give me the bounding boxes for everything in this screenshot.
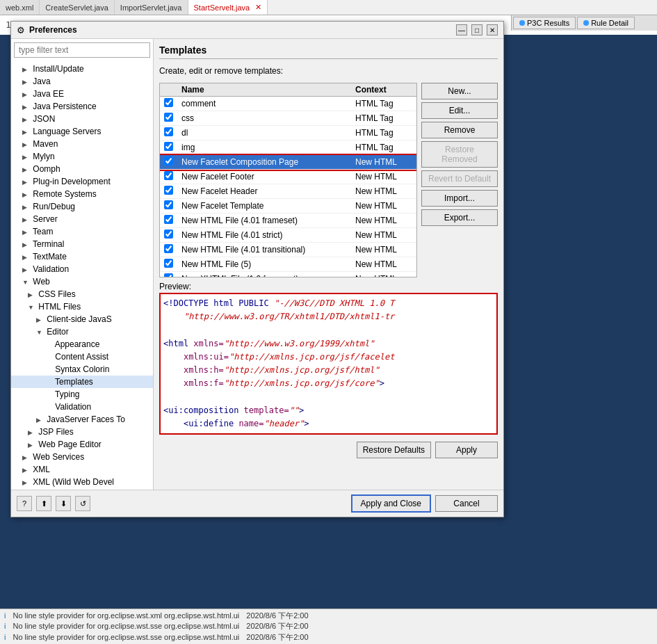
table-row[interactable]: New HTML File (4.01 transitional) New HT… xyxy=(160,243,416,257)
sidebar-item-java-ee[interactable]: ▶ Java EE xyxy=(11,88,153,100)
table-row[interactable]: New HTML File (5) New HTML xyxy=(160,257,416,272)
table-row[interactable]: New Facelet Footer New HTML xyxy=(160,170,416,184)
sidebar-item-html-files[interactable]: ▼ HTML Files xyxy=(11,300,153,313)
col-header-name[interactable]: Name xyxy=(177,83,351,97)
help-icon[interactable]: ? xyxy=(17,496,32,511)
row-checkbox[interactable] xyxy=(164,113,173,122)
row-checkbox[interactable] xyxy=(164,215,173,224)
sidebar-item-mylyn[interactable]: ▶ Mylyn xyxy=(11,150,153,163)
import-button[interactable]: Import... xyxy=(421,190,498,207)
sidebar-item-appearance[interactable]: Appearance xyxy=(11,338,153,351)
tab-start-servlet[interactable]: StartServelt.java ✕ xyxy=(188,0,268,15)
row-checkbox[interactable] xyxy=(164,142,173,151)
sidebar-item-install-update[interactable]: ▶ Install/Update xyxy=(11,63,153,75)
close-button[interactable]: ✕ xyxy=(487,24,498,35)
rule-detail-tab[interactable]: Rule Detail xyxy=(577,17,635,29)
sidebar-item-run-debug[interactable]: ▶ Run/Debug xyxy=(11,200,153,213)
sidebar-item-templates[interactable]: Templates xyxy=(11,376,153,388)
row-checkbox[interactable] xyxy=(164,171,173,180)
preview-content-box[interactable]: <!DOCTYPE html PUBLIC "-//W3C//DTD XHTML… xyxy=(159,293,498,435)
sidebar-item-syntax-coloring[interactable]: Syntax Colorin xyxy=(11,363,153,376)
sidebar-item-editor[interactable]: ▼ Editor xyxy=(11,325,153,338)
row-checkbox[interactable] xyxy=(164,186,173,195)
row-context: New HTML xyxy=(351,257,416,272)
row-context: New HTML xyxy=(351,170,416,184)
table-row[interactable]: comment HTML Tag xyxy=(160,97,416,111)
sidebar-item-web-page-editor[interactable]: ▶ Web Page Editor xyxy=(11,438,153,451)
sidebar-item-java-persistence[interactable]: ▶ Java Persistence xyxy=(11,100,153,113)
table-row[interactable]: New XHTML File (1.0 frameset) New HTML xyxy=(160,272,416,278)
sidebar-item-css-files[interactable]: ▶ CSS Files xyxy=(11,288,153,300)
sidebar-item-plugin-development[interactable]: ▶ Plug-in Development xyxy=(11,175,153,188)
row-checkbox[interactable] xyxy=(164,127,173,136)
sidebar-item-xml-wild[interactable]: ▶ XML (Wild Web Devel xyxy=(11,476,153,488)
sidebar-item-validation2[interactable]: Validation xyxy=(11,401,153,413)
sidebar-item-clientside-js[interactable]: ▶ Client-side JavaS xyxy=(11,313,153,325)
table-row[interactable]: New HTML File (4.01 frameset) New HTML xyxy=(160,214,416,228)
sidebar-item-terminal[interactable]: ▶ Terminal xyxy=(11,238,153,250)
sidebar-item-typing[interactable]: Typing xyxy=(11,388,153,401)
table-row[interactable]: css HTML Tag xyxy=(160,111,416,126)
revert-to-default-button[interactable]: Revert to Default xyxy=(421,170,498,187)
sidebar-item-web-services[interactable]: ▶ Web Services xyxy=(11,451,153,463)
row-checkbox[interactable] xyxy=(164,273,173,277)
export-button[interactable]: Export... xyxy=(421,209,498,226)
row-checkbox[interactable] xyxy=(164,98,173,107)
col-header-context[interactable]: Context xyxy=(351,83,416,97)
row-checkbox[interactable] xyxy=(164,244,173,253)
sidebar-item-team[interactable]: ▶ Team xyxy=(11,225,153,238)
sidebar-item-java[interactable]: ▶ Java xyxy=(11,75,153,88)
cancel-button[interactable]: Cancel xyxy=(435,495,498,512)
apply-button[interactable]: Apply xyxy=(435,442,498,458)
search-input[interactable] xyxy=(14,42,150,58)
sidebar-item-web[interactable]: ▼ Web xyxy=(11,275,153,288)
arrow-icon: ▶ xyxy=(22,229,31,236)
minimize-button[interactable]: — xyxy=(456,24,467,35)
new-button[interactable]: New... xyxy=(421,83,498,99)
row-checkbox[interactable] xyxy=(164,230,173,239)
row-checkbox[interactable] xyxy=(164,156,173,166)
row-name: New XHTML File (1.0 frameset) xyxy=(177,272,351,278)
tab-create-servlet[interactable]: CreateServlet.java xyxy=(40,0,115,15)
sidebar-item-language-servers[interactable]: ▶ Language Servers xyxy=(11,125,153,138)
row-context: New HTML xyxy=(351,184,416,199)
sidebar-item-content-assist[interactable]: Content Assist xyxy=(11,351,153,363)
sidebar-item-textmate[interactable]: ▶ TextMate xyxy=(11,250,153,263)
table-row[interactable]: New Facelet Header New HTML xyxy=(160,184,416,199)
restore-removed-button[interactable]: Restore Removed xyxy=(421,141,498,168)
table-row-selected[interactable]: New Facelet Composition Page New HTML xyxy=(160,155,416,170)
sidebar-item-remote-systems[interactable]: ▶ Remote Systems xyxy=(11,188,153,200)
arrow-icon: ▶ xyxy=(22,116,31,123)
sidebar-item-validation[interactable]: ▶ Validation xyxy=(11,263,153,275)
table-row[interactable]: dl HTML Tag xyxy=(160,126,416,140)
maximize-button[interactable]: □ xyxy=(471,24,482,35)
sidebar-item-server[interactable]: ▶ Server xyxy=(11,213,153,225)
tab-import-servlet[interactable]: ImportServlet.java xyxy=(115,0,188,15)
apply-and-close-button[interactable]: Apply and Close xyxy=(351,494,431,513)
sidebar-item-maven[interactable]: ▶ Maven xyxy=(11,138,153,150)
table-row[interactable]: New Facelet Template New HTML xyxy=(160,199,416,214)
row-context: HTML Tag xyxy=(351,111,416,126)
tab-web-xml[interactable]: web.xml xyxy=(0,0,40,15)
sidebar-item-json[interactable]: ▶ JSON xyxy=(11,113,153,125)
remove-button[interactable]: Remove xyxy=(421,122,498,138)
restore-icon[interactable]: ↺ xyxy=(75,496,90,511)
tab-bar: web.xml CreateServlet.java ImportServlet… xyxy=(0,0,657,15)
row-checkbox[interactable] xyxy=(164,259,173,268)
p3c-results-tab[interactable]: P3C Results xyxy=(513,17,576,29)
sidebar-item-jsf[interactable]: ▶ JavaServer Faces To xyxy=(11,413,153,426)
table-row[interactable]: img HTML Tag xyxy=(160,140,416,155)
close-tab-icon[interactable]: ✕ xyxy=(255,3,261,12)
export-icon[interactable]: ⬆ xyxy=(36,496,51,511)
table-row[interactable]: New HTML File (4.01 strict) New HTML xyxy=(160,228,416,243)
edit-button[interactable]: Edit... xyxy=(421,102,498,119)
p3c-results-label: P3C Results xyxy=(527,19,569,27)
restore-defaults-button[interactable]: Restore Defaults xyxy=(357,442,431,458)
preferences-dialog: ⚙ Preferences — □ ✕ ▶ Install/Update ▶ J… xyxy=(10,21,504,517)
sidebar-tree: ▶ Install/Update ▶ Java ▶ Java EE ▶ Java… xyxy=(11,39,154,490)
import-icon[interactable]: ⬇ xyxy=(56,496,71,511)
sidebar-item-xml[interactable]: ▶ XML xyxy=(11,463,153,476)
row-checkbox[interactable] xyxy=(164,200,173,209)
sidebar-item-jsp-files[interactable]: ▶ JSP Files xyxy=(11,426,153,438)
sidebar-item-oomph[interactable]: ▶ Oomph xyxy=(11,163,153,175)
